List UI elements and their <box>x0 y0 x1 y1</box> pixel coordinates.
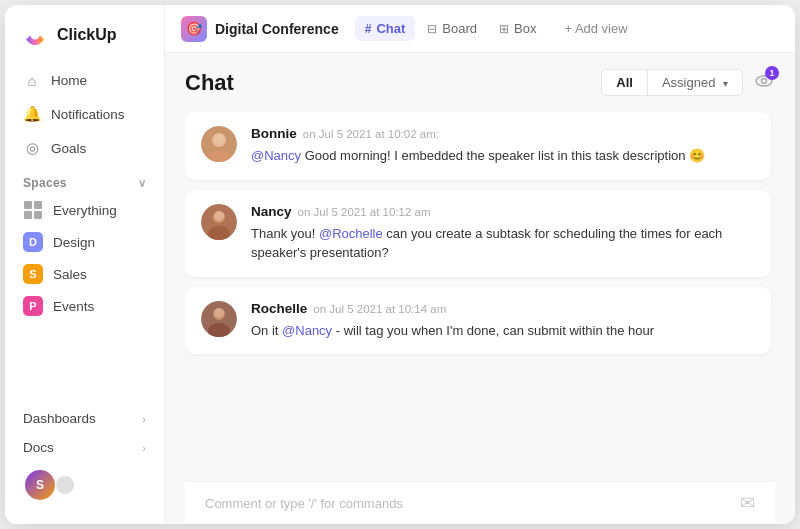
message-card: Bonnie on Jul 5 2021 at 10:02 am: @Nancy… <box>185 112 771 180</box>
message-text: @Nancy Good morning! I embedded the spea… <box>251 146 755 166</box>
avatar <box>201 301 237 337</box>
sidebar-logo: ClickUp <box>5 21 164 65</box>
bonnie-avatar <box>201 126 237 162</box>
send-icon[interactable]: ✉ <box>740 492 755 514</box>
goals-icon: ◎ <box>23 139 41 157</box>
user-avatar[interactable]: S <box>25 470 55 500</box>
eye-icon-button[interactable]: 1 <box>753 70 775 96</box>
message-author: Bonnie <box>251 126 297 141</box>
mention: @Rochelle <box>319 226 383 241</box>
sidebar-item-notifications-label: Notifications <box>51 107 125 122</box>
comment-input[interactable]: Comment or type '/' for commands <box>205 496 740 511</box>
design-space-icon: D <box>23 232 43 252</box>
assigned-chevron-icon: ▾ <box>723 78 728 89</box>
everything-label: Everything <box>53 203 117 218</box>
message-author: Nancy <box>251 204 292 219</box>
sidebar-navigation: ⌂ Home 🔔 Notifications ◎ Goals <box>5 65 164 164</box>
topbar-tabs: # Chat ⊟ Board ⊞ Box <box>355 16 547 41</box>
messages-list: Bonnie on Jul 5 2021 at 10:02 am: @Nancy… <box>185 112 775 469</box>
sidebar-item-home-label: Home <box>51 73 87 88</box>
svg-point-6 <box>214 134 224 144</box>
eye-badge: 1 <box>765 66 779 80</box>
bell-icon: 🔔 <box>23 105 41 123</box>
sidebar-item-design[interactable]: D Design <box>13 226 156 258</box>
chat-title: Chat <box>185 70 234 96</box>
chat-header-right: All Assigned ▾ 1 <box>601 69 775 96</box>
message-body: Rochelle on Jul 5 2021 at 10:14 am On it… <box>251 301 755 341</box>
main-content: 🎯 Digital Conference # Chat ⊟ Board ⊞ Bo… <box>165 5 795 524</box>
message-time: on Jul 5 2021 at 10:12 am <box>298 206 431 218</box>
spaces-chevron-icon: ∨ <box>138 177 146 190</box>
message-text: Thank you! @Rochelle can you create a su… <box>251 224 755 263</box>
mention: @Nancy <box>251 148 301 163</box>
message-card: Nancy on Jul 5 2021 at 10:12 am Thank yo… <box>185 190 771 277</box>
docs-chevron-icon: › <box>142 442 146 454</box>
svg-point-2 <box>762 78 767 83</box>
app-logo-text: ClickUp <box>57 26 117 44</box>
events-label: Events <box>53 299 94 314</box>
dashboards-chevron-icon: › <box>142 413 146 425</box>
tab-chat[interactable]: # Chat <box>355 16 416 41</box>
topbar: 🎯 Digital Conference # Chat ⊟ Board ⊞ Bo… <box>165 5 795 53</box>
chat-area: Chat All Assigned ▾ <box>165 53 795 524</box>
svg-point-10 <box>214 211 224 221</box>
comment-bar: Comment or type '/' for commands ✉ <box>185 481 775 524</box>
message-author: Rochelle <box>251 301 307 316</box>
spaces-section-header: Spaces ∨ <box>5 164 164 194</box>
tab-box[interactable]: ⊞ Box <box>489 16 546 41</box>
sidebar-bottom: Dashboards › Docs › S <box>5 396 164 516</box>
design-label: Design <box>53 235 95 250</box>
hash-icon: # <box>365 22 372 36</box>
tab-chat-label: Chat <box>376 21 405 36</box>
events-space-icon: P <box>23 296 43 316</box>
tab-board-label: Board <box>442 21 477 36</box>
project-icon: 🎯 <box>181 16 207 42</box>
sales-label: Sales <box>53 267 87 282</box>
filter-tabs: All Assigned ▾ <box>601 69 743 96</box>
svg-point-14 <box>214 308 224 318</box>
add-view-button[interactable]: + Add view <box>554 16 637 41</box>
sidebar: ClickUp ⌂ Home 🔔 Notifications ◎ Goals S… <box>5 5 165 524</box>
sidebar-item-goals[interactable]: ◎ Goals <box>13 132 156 164</box>
mention: @Nancy <box>282 323 332 338</box>
breadcrumb-title: Digital Conference <box>215 21 339 37</box>
user-avatar-bar: S <box>13 462 156 508</box>
filter-assigned[interactable]: Assigned ▾ <box>648 70 742 95</box>
sidebar-item-notifications[interactable]: 🔔 Notifications <box>13 98 156 130</box>
secondary-avatar <box>55 475 75 495</box>
message-card: Rochelle on Jul 5 2021 at 10:14 am On it… <box>185 287 771 355</box>
message-body: Nancy on Jul 5 2021 at 10:12 am Thank yo… <box>251 204 755 263</box>
sidebar-item-everything[interactable]: Everything <box>13 194 156 226</box>
filter-all[interactable]: All <box>602 70 648 95</box>
message-header: Bonnie on Jul 5 2021 at 10:02 am: <box>251 126 755 141</box>
sidebar-item-docs[interactable]: Docs › <box>13 433 156 462</box>
nancy-avatar <box>201 204 237 240</box>
sidebar-item-home[interactable]: ⌂ Home <box>13 65 156 96</box>
message-header: Rochelle on Jul 5 2021 at 10:14 am <box>251 301 755 316</box>
rochelle-avatar <box>201 301 237 337</box>
message-header: Nancy on Jul 5 2021 at 10:12 am <box>251 204 755 219</box>
board-icon: ⊟ <box>427 22 437 36</box>
sidebar-item-goals-label: Goals <box>51 141 86 156</box>
breadcrumb: 🎯 Digital Conference <box>181 16 339 42</box>
sidebar-item-dashboards[interactable]: Dashboards › <box>13 404 156 433</box>
tab-box-label: Box <box>514 21 536 36</box>
avatar <box>201 204 237 240</box>
message-body: Bonnie on Jul 5 2021 at 10:02 am: @Nancy… <box>251 126 755 166</box>
sidebar-item-events[interactable]: P Events <box>13 290 156 322</box>
avatar <box>201 126 237 162</box>
sidebar-item-sales[interactable]: S Sales <box>13 258 156 290</box>
box-icon: ⊞ <box>499 22 509 36</box>
clickup-logo-icon <box>21 21 49 49</box>
home-icon: ⌂ <box>23 72 41 89</box>
message-text: On it @Nancy - will tag you when I'm don… <box>251 321 755 341</box>
tab-board[interactable]: ⊟ Board <box>417 16 487 41</box>
message-time: on Jul 5 2021 at 10:14 am <box>313 303 446 315</box>
message-time: on Jul 5 2021 at 10:02 am: <box>303 128 439 140</box>
everything-icon <box>23 200 43 220</box>
chat-header: Chat All Assigned ▾ <box>185 69 775 96</box>
sales-space-icon: S <box>23 264 43 284</box>
